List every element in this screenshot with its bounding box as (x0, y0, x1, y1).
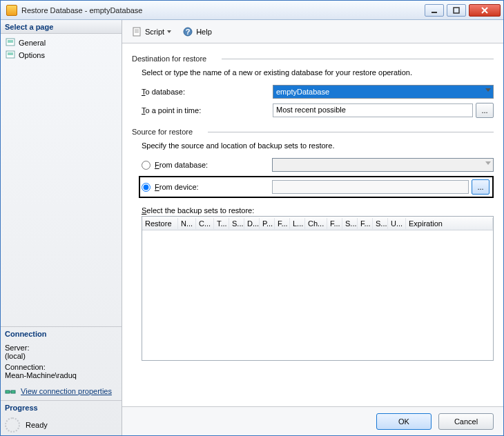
from-device-radio[interactable] (142, 183, 151, 192)
from-device-label: From device: (155, 183, 272, 191)
to-point-in-time-field[interactable]: Most recent possible (273, 103, 473, 117)
to-database-combo[interactable]: emptyDatabase (273, 85, 494, 99)
page-label: Options (19, 51, 45, 59)
svg-text:?: ? (186, 28, 191, 36)
help-label: Help (196, 28, 212, 36)
col-finish[interactable]: F... (358, 218, 373, 229)
connection-header: Connection (5, 330, 117, 341)
help-icon: ? (182, 26, 193, 37)
from-device-browse-button[interactable]: ... (472, 179, 490, 195)
destination-group-label: Destination for restore (132, 54, 494, 63)
server-label: Server: (5, 344, 117, 352)
col-name[interactable]: N... (178, 218, 196, 229)
script-label: Script (145, 28, 164, 36)
ok-button[interactable]: OK (376, 413, 432, 430)
connection-value: Mean-Machine\raduq (5, 371, 117, 379)
progress-spinner-icon (5, 417, 20, 433)
minimize-button[interactable] (425, 4, 444, 17)
col-last-lsn[interactable]: L... (290, 218, 305, 229)
svg-rect-11 (11, 390, 15, 393)
progress-header: Progress (5, 404, 117, 415)
chevron-down-icon[interactable] (167, 30, 171, 33)
close-button[interactable] (469, 4, 501, 17)
progress-status: Ready (26, 421, 48, 429)
col-user[interactable]: U... (388, 218, 406, 229)
to-database-label: To database: (142, 88, 273, 96)
svg-rect-1 (454, 8, 459, 13)
destination-desc: Select or type the name of a new or exis… (142, 68, 494, 77)
col-database[interactable]: D... (244, 218, 260, 229)
col-full-lsn[interactable]: F... (327, 218, 342, 229)
source-group-label: Source for restore (132, 128, 494, 136)
connection-icon (5, 386, 16, 397)
svg-rect-13 (133, 28, 140, 36)
to-database-value: emptyDatabase (276, 88, 329, 96)
cancel-button[interactable]: Cancel (438, 413, 494, 430)
backup-sets-grid[interactable]: Restore N... C... T... S... D... P... F.… (142, 216, 494, 361)
col-restore[interactable]: Restore (142, 218, 178, 229)
col-server[interactable]: S... (229, 218, 244, 229)
dialog-footer: OK Cancel (122, 406, 503, 435)
col-expiration[interactable]: Expiration (406, 218, 493, 229)
window-title: Restore Database - emptyDatabase (21, 6, 425, 14)
from-device-field[interactable] (272, 180, 469, 194)
from-database-combo (272, 158, 494, 172)
dialog-window: Restore Database - emptyDatabase Select … (0, 0, 504, 436)
select-page-header: Select a page (1, 20, 122, 34)
grid-header: Restore N... C... T... S... D... P... F.… (142, 217, 493, 230)
col-position[interactable]: P... (260, 218, 275, 229)
backup-sets-label: Select the backup sets to restore: (142, 206, 494, 215)
svg-rect-10 (6, 390, 10, 393)
script-icon (131, 26, 142, 37)
app-icon (6, 5, 17, 16)
connection-label: Connection: (5, 363, 117, 371)
col-start[interactable]: S... (342, 218, 358, 229)
source-desc: Specify the source and location of backu… (142, 141, 494, 150)
maximize-button[interactable] (447, 4, 466, 17)
toolbar: Script ? Help (122, 20, 503, 43)
col-size[interactable]: S... (373, 218, 388, 229)
view-connection-properties-link[interactable]: View connection properties (21, 387, 112, 395)
col-checkpoint[interactable]: Ch... (305, 218, 327, 229)
titlebar[interactable]: Restore Database - emptyDatabase (1, 1, 503, 20)
from-database-radio[interactable] (142, 161, 151, 170)
point-in-time-browse-button[interactable]: ... (476, 103, 494, 118)
to-point-in-time-label: To a point in time: (142, 106, 273, 115)
from-database-label: From database: (155, 161, 272, 169)
page-label: General (19, 39, 46, 47)
server-value: (local) (5, 352, 117, 360)
page-options[interactable]: Options (2, 49, 120, 61)
chevron-down-icon[interactable] (485, 88, 491, 92)
chevron-down-icon (485, 161, 491, 165)
script-button[interactable]: Script (128, 24, 175, 39)
col-first-lsn[interactable]: F... (275, 218, 290, 229)
help-button[interactable]: ? Help (179, 24, 215, 39)
page-icon (5, 50, 16, 61)
page-icon (5, 37, 16, 48)
page-general[interactable]: General (2, 37, 120, 49)
sidebar: Select a page General Options Connection… (1, 20, 122, 435)
col-component[interactable]: C... (196, 218, 214, 229)
col-type[interactable]: T... (214, 218, 229, 229)
